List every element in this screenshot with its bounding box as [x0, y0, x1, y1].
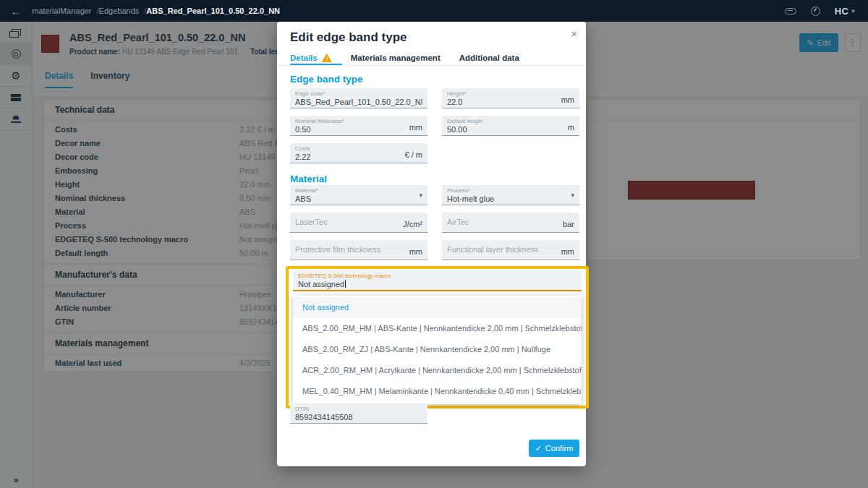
field-value: Hot-melt glue — [447, 194, 574, 204]
tabs-divider — [277, 65, 586, 66]
field-unit: € / m — [405, 150, 422, 159]
field-unit: mm — [409, 123, 422, 132]
warning-triangle-icon: ! — [322, 53, 332, 62]
breadcrumb-current: ABS_Red_Pearl_101_0.50_22.0_NN — [146, 7, 280, 15]
field-value: 22.0 — [447, 97, 574, 107]
material-select[interactable]: Material* ABS ▾ — [290, 185, 427, 205]
dropdown-option[interactable]: ACR_2.00_RM_HM | Acrylkante | Nennkanten… — [293, 360, 582, 381]
field-label: Height* — [447, 90, 574, 97]
tutorial-highlight-box: EDGETEQ S-500 technology macro Not assig… — [286, 266, 589, 408]
field-value: 50.00 — [447, 124, 574, 134]
nominal-thickness-field[interactable]: Nominal thickness* 0.50 mm — [290, 116, 427, 136]
field-placeholder: Functional layer thickness — [447, 240, 574, 260]
dropdown-option[interactable]: MEL_0.40_RM_HM | Melaminkante | Nennkant… — [293, 381, 582, 402]
link-icon[interactable] — [785, 8, 796, 14]
height-field[interactable]: Height* 22.0 mm — [442, 88, 579, 108]
modal-tab-details[interactable]: Details ! — [290, 51, 332, 65]
account-logo-menu[interactable]: HC ▾ — [835, 6, 855, 17]
section-heading-material: Material — [290, 174, 327, 184]
airtec-field[interactable]: AirTec bar — [442, 213, 579, 233]
field-placeholder: Protective film thickness — [295, 240, 422, 260]
chevron-down-icon: ▾ — [419, 192, 422, 199]
dropdown-option[interactable]: Not assigned — [293, 297, 582, 318]
field-label: Material* — [295, 187, 422, 194]
field-unit: mm — [409, 247, 422, 256]
field-unit: bar — [563, 220, 574, 228]
edit-edge-band-modal: Edit edge band type × Details ! Material… — [277, 22, 586, 466]
edgeteq-macro-combobox[interactable]: EDGETEQ S-500 technology macro Not assig… — [293, 270, 582, 291]
performance-gauge-icon[interactable] — [811, 7, 820, 16]
costs-field[interactable]: Costs 2.22 € / m — [290, 143, 427, 163]
process-select[interactable]: Process* Hot-melt glue ▾ — [442, 185, 579, 205]
functional-layer-thickness-field[interactable]: Functional layer thickness mm — [442, 240, 579, 260]
edge-code-field[interactable]: Edge code* ABS_Red_Pearl_101_0.50_22.0_N… — [290, 88, 427, 108]
top-bar: ← materialManager / Edgebands / ABS_Red_… — [0, 0, 868, 22]
logo-text: HC — [835, 6, 849, 17]
breadcrumb-app[interactable]: materialManager — [32, 7, 92, 15]
modal-tabs: Details ! Materials management Additiona… — [290, 51, 519, 65]
field-unit: mm — [561, 95, 574, 104]
breadcrumb-edgebands[interactable]: Edgebands — [99, 7, 140, 15]
field-label: Process* — [447, 187, 574, 194]
text-cursor — [345, 280, 346, 288]
macro-dropdown-list: Not assigned ABS_2.00_RM_HM | ABS-Kante … — [293, 296, 582, 404]
confirm-button[interactable]: ✓ Confirm — [529, 440, 579, 457]
default-length-field[interactable]: Default length 50.00 m — [442, 116, 579, 136]
tab-label: Details — [290, 53, 318, 62]
tab-label: Materials management — [351, 53, 441, 62]
field-value: 8592434145508 — [295, 412, 422, 422]
modal-tab-additional-data[interactable]: Additional data — [459, 51, 519, 65]
protective-film-thickness-field[interactable]: Protective film thickness mm — [290, 240, 427, 260]
field-value: ABS_Red_Pearl_101_0.50_22.0_NN — [295, 97, 422, 107]
field-label: EDGETEQ S-500 technology macro — [298, 273, 576, 279]
section-heading-edge-band-type: Edge band type — [290, 74, 363, 85]
field-label: Nominal thickness* — [295, 118, 422, 124]
tab-label: Additional data — [459, 53, 519, 62]
field-label: Costs — [295, 145, 422, 152]
field-unit: m — [568, 123, 574, 132]
active-tab-underline — [290, 64, 342, 65]
gtin-field[interactable]: GTIN 8592434145508 — [290, 403, 427, 424]
close-icon[interactable]: × — [571, 27, 577, 40]
field-value: 2.22 — [295, 152, 422, 162]
field-unit: mm — [561, 247, 574, 256]
check-icon: ✓ — [535, 444, 542, 453]
chevron-down-icon: ▾ — [851, 8, 855, 14]
field-unit: J/cm² — [403, 220, 422, 228]
lasertec-field[interactable]: LaserTec J/cm² — [290, 213, 427, 233]
field-value: 0.50 — [295, 124, 422, 134]
field-value: Not assigned — [298, 279, 576, 289]
dropdown-option[interactable]: ABS_2.00_RM_HM | ABS-Kante | Nennkantend… — [293, 318, 582, 339]
field-placeholder: AirTec — [447, 213, 574, 232]
confirm-button-label: Confirm — [545, 444, 574, 453]
field-label: Default length — [447, 118, 574, 124]
field-label: Edge code* — [295, 90, 422, 97]
modal-title: Edit edge band type — [290, 30, 407, 45]
field-label: GTIN — [295, 406, 422, 412]
field-value: ABS — [295, 194, 422, 204]
dropdown-option[interactable]: ABS_2.00_RM_ZJ | ABS-Kante | Nennkantend… — [293, 339, 582, 360]
modal-tab-materials-management[interactable]: Materials management — [351, 51, 441, 65]
back-arrow-icon[interactable]: ← — [0, 5, 32, 17]
chevron-down-icon: ▾ — [571, 192, 574, 199]
